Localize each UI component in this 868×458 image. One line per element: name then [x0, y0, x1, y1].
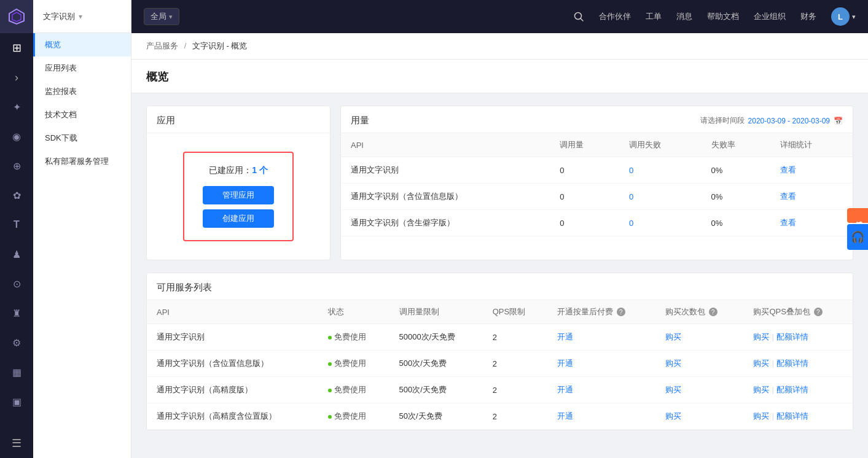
- svc-open-2: 开通: [547, 351, 655, 377]
- date-label: 请选择时间段: [700, 115, 745, 126]
- sidebar-icon-people[interactable]: ♟: [0, 239, 33, 269]
- create-app-button[interactable]: 创建应用: [203, 209, 274, 228]
- usage-api-1: 通用文字识别: [341, 157, 550, 184]
- svc-qps-addon-4: 购买|配额详情: [743, 403, 853, 430]
- breadcrumb-sep: /: [184, 41, 187, 50]
- workorder-link[interactable]: 工单: [646, 11, 662, 22]
- support-button[interactable]: 🎧: [847, 224, 868, 250]
- sidebar-icon-group[interactable]: ♜: [0, 298, 33, 328]
- nav-item-overview[interactable]: 概览: [33, 33, 131, 56]
- usage-calls-1: 0: [550, 157, 619, 184]
- sidebar-icon-image[interactable]: ▣: [0, 387, 33, 416]
- svc-col-qps: QPS限制: [483, 300, 547, 324]
- buy-help-icon[interactable]: ?: [709, 308, 717, 316]
- nav-item-app-list[interactable]: 应用列表: [33, 56, 131, 80]
- status-dot-2: [328, 362, 332, 366]
- app-card: 应用 已建应用：1 个 管理应用 创建应用: [146, 106, 330, 260]
- breadcrumb-parent[interactable]: 产品服务: [146, 41, 178, 50]
- usage-api-2: 通用文字识别（含位置信息版）: [341, 184, 550, 210]
- feedback-button[interactable]: 反馈建议: [847, 208, 868, 223]
- svc-status-3: 免费使用: [318, 377, 389, 403]
- svc-status-2: 免费使用: [318, 351, 389, 377]
- usage-card-title: 用量: [351, 115, 369, 126]
- sidebar-icon-search2[interactable]: ⊙: [0, 269, 33, 298]
- svc-open-1: 开通: [547, 324, 655, 351]
- date-selector[interactable]: 请选择时间段 2020-03-09 - 2020-03-09 📅: [700, 115, 843, 126]
- open-help-icon[interactable]: ?: [617, 308, 625, 316]
- sidebar-icon-globe[interactable]: ⊕: [0, 151, 33, 180]
- table-row: 通用文字识别 免费使用 50000次/天免费 2 开通 购买 购买|配额详情: [147, 324, 853, 351]
- partner-link[interactable]: 合作伙伴: [599, 11, 631, 22]
- user-menu[interactable]: L ▾: [831, 7, 856, 26]
- sidebar-icon-monitor[interactable]: ▦: [0, 357, 33, 387]
- status-dot-4: [328, 415, 332, 419]
- svc-col-status: 状态: [318, 300, 389, 324]
- usage-detail-3[interactable]: 查看: [770, 210, 853, 236]
- sidebar-icon-settings[interactable]: ⚙: [0, 328, 33, 357]
- svc-buy-3: 购买: [655, 377, 744, 403]
- usage-failures-1: 0: [619, 157, 702, 184]
- svc-qps-3: 2: [483, 377, 547, 403]
- sidebar-icon-dashboard[interactable]: ⊞: [0, 33, 33, 63]
- nav-item-sdk[interactable]: SDK下载: [33, 126, 131, 150]
- table-row: 通用文字识别 0 0 0% 查看: [341, 157, 853, 184]
- sidebar-icon-expand[interactable]: ›: [0, 63, 33, 92]
- avatar: L: [831, 7, 850, 26]
- table-row: 通用文字识别（含生僻字版） 0 0 0% 查看: [341, 210, 853, 236]
- sidebar-icon-drop[interactable]: ◉: [0, 122, 33, 151]
- svc-buy-1: 购买: [655, 324, 744, 351]
- svc-status-4: 免费使用: [318, 403, 389, 430]
- sidebar-icon-network[interactable]: ✦: [0, 92, 33, 122]
- app-count-num: 1 个: [252, 165, 268, 175]
- svc-col-open: 开通按量后付费?: [547, 300, 655, 324]
- icon-sidebar: ⊞ › ✦ ◉ ⊕ ✿ T ♟ ⊙ ♜ ⚙ ▦ ▣ ☰: [0, 0, 33, 458]
- finance-link[interactable]: 财务: [800, 11, 816, 22]
- global-selector-label: 全局: [151, 11, 166, 22]
- sidebar-icon-menu[interactable]: ☰: [0, 429, 33, 458]
- search-button[interactable]: [573, 11, 584, 22]
- usage-calls-2: 0: [550, 184, 619, 210]
- usage-table: API 调用量 调用失败 失败率 详细统计 通用文字识别 0 0: [341, 133, 853, 236]
- usage-col-api: API: [341, 133, 550, 157]
- app-count-text: 已建应用：1 个: [203, 165, 274, 176]
- sidebar-icon-ai[interactable]: ✿: [0, 180, 33, 210]
- usage-detail-1[interactable]: 查看: [770, 157, 853, 184]
- svc-limit-1: 50000次/天免费: [389, 324, 483, 351]
- svc-qps-addon-3: 购买|配额详情: [743, 377, 853, 403]
- svc-qps-1: 2: [483, 324, 547, 351]
- usage-col-rate: 失败率: [702, 133, 771, 157]
- svc-qps-2: 2: [483, 351, 547, 377]
- nav-panel: 文字识别 ▾ 概览 应用列表 监控报表 技术文档 SDK下载 私有部署服务管理: [33, 0, 131, 458]
- svc-api-4: 通用文字识别（高精度含位置版）: [147, 403, 318, 430]
- manage-app-button[interactable]: 管理应用: [203, 186, 274, 204]
- usage-rate-3: 0%: [702, 210, 771, 236]
- global-selector[interactable]: 全局 ▾: [144, 8, 179, 25]
- svc-col-buy: 购买次数包?: [655, 300, 744, 324]
- sidebar-icon-text[interactable]: T: [0, 210, 33, 239]
- status-dot-1: [328, 336, 332, 340]
- message-link[interactable]: 消息: [676, 11, 692, 22]
- avatar-arrow: ▾: [852, 13, 856, 21]
- svg-point-2: [575, 13, 582, 20]
- nav-item-docs[interactable]: 技术文档: [33, 103, 131, 126]
- sections: 应用 已建应用：1 个 管理应用 创建应用 用量: [131, 93, 868, 443]
- usage-col-detail: 详细统计: [770, 133, 853, 157]
- svc-open-3: 开通: [547, 377, 655, 403]
- status-dot-3: [328, 389, 332, 392]
- calendar-icon[interactable]: 📅: [834, 117, 843, 125]
- app-card-body: 已建应用：1 个 管理应用 创建应用: [147, 133, 330, 260]
- table-row: 通用文字识别（含位置信息版） 0 0 0% 查看: [341, 184, 853, 210]
- svc-open-4: 开通: [547, 403, 655, 430]
- svc-qps-addon-2: 购买|配额详情: [743, 351, 853, 377]
- usage-detail-2[interactable]: 查看: [770, 184, 853, 210]
- services-card: 可用服务列表 API 状态 调用量限制 QPS限制 开通按量后付费?: [146, 273, 853, 430]
- svc-limit-3: 500次/天免费: [389, 377, 483, 403]
- enterprise-link[interactable]: 企业组织: [754, 11, 786, 22]
- svc-api-2: 通用文字识别（含位置信息版）: [147, 351, 318, 377]
- svc-col-limit: 调用量限制: [389, 300, 483, 324]
- qps-help-icon[interactable]: ?: [814, 308, 823, 316]
- nav-item-private-deploy[interactable]: 私有部署服务管理: [33, 150, 131, 173]
- docs-link[interactable]: 帮助文档: [707, 11, 739, 22]
- logo[interactable]: [0, 0, 33, 33]
- nav-item-monitor[interactable]: 监控报表: [33, 80, 131, 103]
